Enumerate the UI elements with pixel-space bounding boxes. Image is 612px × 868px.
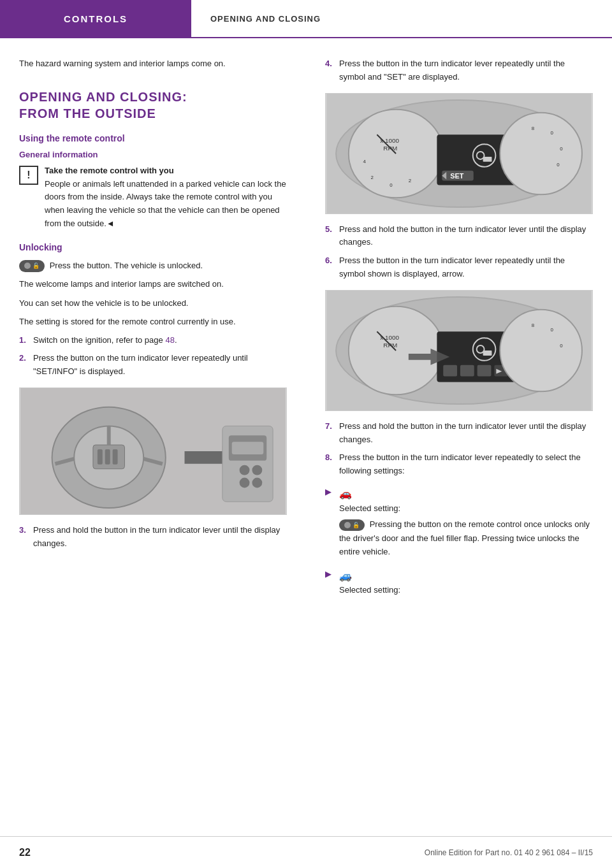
remote-btn-icon-1: 🔓 (339, 519, 365, 532)
step3-text: Press and hold the button in the turn in… (33, 524, 287, 551)
step7-num: 7. (325, 420, 339, 447)
svg-rect-51 (460, 365, 474, 377)
main-content: The hazard warning system and interior l… (0, 38, 612, 642)
arrow-icon-2: ▶ (325, 568, 334, 581)
step-1: 1. Switch on the ignition, refer to page… (19, 334, 287, 347)
unlock-line1: Press the button. The vehicle is unlocke… (50, 261, 203, 270)
step6-num: 6. (325, 254, 339, 281)
footer-copyright: Online Edition for Part no. 01 40 2 961 … (425, 848, 593, 857)
svg-text:2: 2 (370, 174, 373, 180)
settings-list: ▶ 🚗 Selected setting: 🔓 Pressing the but… (325, 486, 593, 597)
setting-2: ▶ 🚙 Selected setting: (325, 568, 593, 597)
svg-point-35 (500, 112, 582, 194)
svg-rect-13 (232, 442, 264, 454)
svg-text:0: 0 (560, 343, 563, 349)
warning-text: Take the remote control with you People … (45, 164, 287, 231)
svg-rect-5 (105, 449, 110, 465)
step-4: 4. Press the button in the turn indicato… (325, 57, 593, 84)
diagram-left (19, 387, 287, 515)
title-line1: OPENING AND CLOSING: (19, 90, 187, 104)
step3-list: 3. Press and hold the button in the turn… (19, 524, 287, 551)
step-7: 7. Press and hold the button in the turn… (325, 420, 593, 447)
step3-num: 3. (19, 524, 33, 551)
svg-rect-6 (113, 449, 118, 465)
diagram-left-svg (20, 388, 286, 514)
svg-text:2: 2 (409, 177, 411, 183)
svg-text:SET: SET (450, 171, 464, 179)
unlock-text1: 🔓 Press the button. The vehicle is unloc… (19, 259, 287, 272)
intro-text: The hazard warning system and interior l… (19, 57, 287, 71)
arrow-icon-1: ▶ (325, 486, 334, 499)
svg-text:8: 8 (532, 126, 535, 131)
setting-1: ▶ 🚗 Selected setting: 🔓 Pressing the but… (325, 486, 593, 564)
step1-num: 1. (19, 334, 33, 347)
right-steps-list: 4. Press the button in the turn indicato… (325, 57, 593, 84)
step-5: 5. Press and hold the button in the turn… (325, 223, 593, 250)
step5-num: 5. (325, 223, 339, 250)
setting1-body-text: Pressing the button on the remote contro… (339, 519, 590, 556)
section-main-title: OPENING AND CLOSING: FROM THE OUTSIDE (19, 89, 287, 122)
page-footer: 22 Online Edition for Part no. 01 40 2 9… (0, 836, 612, 868)
step2-text: Press the button on the turn indicator l… (33, 352, 287, 379)
setting-1-content: 🚗 Selected setting: 🔓 Pressing the butto… (339, 486, 593, 564)
page-header: CONTROLS OPENING AND CLOSING (0, 0, 612, 38)
step-8: 8. Press the button in the turn indicato… (325, 451, 593, 478)
btn-circle-2 (344, 522, 351, 528)
step-2: 2. Press the button on the turn indicato… (19, 352, 287, 379)
diagram-top-svg: x 1000 RPM 4 2 0 2 SET (326, 94, 592, 213)
car-all-icon: 🚙 (339, 570, 352, 581)
unlock-text2: The welcome lamps and interior lamps are… (19, 277, 287, 291)
selected-setting-label-2: Selected setting: (339, 585, 400, 595)
btn-circle (24, 263, 31, 269)
svg-text:0: 0 (557, 161, 560, 167)
steps-list: 1. Switch on the ignition, refer to page… (19, 334, 287, 379)
setting1-body: 🔓 Pressing the button on the remote cont… (339, 517, 593, 558)
diagram-bottom-svg: x 1000 RPM 8 0 (326, 291, 592, 410)
subsection-title: Using the remote control (19, 133, 287, 143)
svg-text:0: 0 (550, 327, 553, 333)
steps-5-6: 5. Press and hold the button in the turn… (325, 223, 593, 281)
steps-7-8: 7. Press and hold the button in the turn… (325, 420, 593, 478)
unlock-button-icon: 🔓 (19, 260, 45, 272)
svg-text:8: 8 (532, 322, 535, 328)
svg-point-56 (500, 309, 582, 391)
title-line2: FROM THE OUTSIDE (19, 106, 156, 120)
svg-rect-4 (98, 449, 103, 465)
step6-text: Press the button in the turn indicator l… (339, 254, 593, 281)
warning-icon: ! (19, 166, 38, 185)
step1-text: Switch on the ignition, refer to page 48… (33, 334, 177, 347)
controls-tab: CONTROLS (0, 0, 191, 37)
warning-box: ! Take the remote control with you Peopl… (19, 164, 287, 231)
svg-rect-52 (477, 365, 492, 377)
unlocking-title: Unlocking (19, 242, 287, 252)
selected-setting-label-1: Selected setting: (339, 503, 400, 513)
page-link-48[interactable]: 48 (165, 335, 174, 345)
general-info-title: General information (19, 150, 287, 159)
unlock-text4: The setting is stored for the remote con… (19, 315, 287, 328)
controls-label: CONTROLS (64, 13, 127, 24)
svg-text:0: 0 (390, 182, 393, 188)
warning-body: People or animals left unattended in a p… (45, 179, 286, 228)
btn-lock-icon: 🔓 (33, 261, 40, 271)
page-number: 22 (19, 847, 31, 858)
btn-lock-icon-2: 🔓 (353, 521, 360, 530)
step-6: 6. Press the button in the turn indicato… (325, 254, 593, 281)
step8-num: 8. (325, 451, 339, 478)
unlock-text3: You can set how the vehicle is to be unl… (19, 296, 287, 310)
svg-rect-50 (443, 365, 457, 377)
step-3: 3. Press and hold the button in the turn… (19, 524, 287, 551)
svg-text:0: 0 (550, 130, 553, 136)
diagram-right-top: x 1000 RPM 4 2 0 2 SET (325, 93, 593, 214)
svg-text:4: 4 (363, 158, 367, 164)
setting-2-content: 🚙 Selected setting: (339, 568, 400, 597)
step2-num: 2. (19, 352, 33, 379)
section-title: OPENING AND CLOSING (210, 14, 321, 24)
step4-text: Press the button in the turn indicator l… (339, 57, 593, 84)
step4-num: 4. (325, 57, 339, 84)
svg-text:0: 0 (560, 146, 563, 152)
step7-text: Press and hold the button in the turn in… (339, 420, 593, 447)
car-single-icon: 🚗 (339, 488, 352, 499)
left-column: The hazard warning system and interior l… (0, 57, 306, 604)
step8-text: Press the button in the turn indicator l… (339, 451, 593, 478)
step5-text: Press and hold the button in the turn in… (339, 223, 593, 250)
